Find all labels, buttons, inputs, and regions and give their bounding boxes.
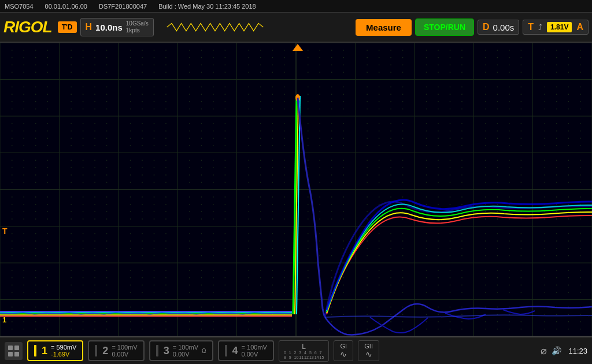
logic-grid: 0 1 2 3 4 5 6 7 8 9 10 11 12 13 14 15 (284, 351, 324, 359)
ch4-info: = 100mV 0.00V (242, 344, 267, 358)
ch3-info: = 100mV 0.00V (173, 344, 198, 358)
trigger-slope-icon: ⤴ (538, 23, 542, 32)
header-bar: RIGOL T'D H 10.0ns 10GSa/s 1kpts Measure… (0, 13, 592, 43)
ch3-bar-icon (156, 345, 158, 356)
top-status-bar: MSO7054 00.01.01.06.00 DS7F201800047 Bui… (0, 0, 592, 13)
stop-run-button[interactable]: STOP/RUN (415, 18, 474, 36)
ch4-bar-icon (225, 345, 227, 356)
trigger-section: T ⤴ 1.81V A (523, 20, 589, 35)
ch2-voltage-offset: 0.00V (112, 351, 137, 358)
timebase-section: H 10.0ns 10GSa/s 1kpts (80, 18, 154, 36)
ch4-number: 4 (232, 345, 238, 357)
ch3-ohm-icon: Ω (202, 348, 206, 354)
menu-dot-3 (8, 352, 13, 356)
gi-label: GI (340, 343, 347, 350)
measure-button[interactable]: Measure (356, 19, 412, 36)
menu-dot-4 (14, 352, 19, 356)
usb-icon: ⌀ (541, 344, 547, 357)
ch2-bar-icon (95, 345, 97, 356)
l-label: L (284, 343, 324, 351)
waveform-svg (0, 43, 592, 336)
delay-value: 0.00s (493, 23, 515, 32)
timebase-value: 10.0ns (95, 23, 123, 32)
trigger-indicator (157, 21, 352, 33)
svg-marker-10 (293, 44, 303, 51)
ch2-info: = 100mV 0.00V (112, 344, 137, 358)
speaker-icon: 🔊 (552, 346, 561, 355)
trigger-marker: T (2, 226, 8, 236)
a-label: A (576, 22, 583, 32)
ch2-number: 2 (102, 345, 108, 357)
time-display: 11:23 (568, 347, 587, 355)
rigol-logo: RIGOL (3, 18, 52, 36)
logic-block[interactable]: L 0 1 2 3 4 5 6 7 8 9 10 11 12 13 14 15 (279, 340, 329, 362)
ch3-block[interactable]: 3 = 100mV 0.00V Ω (149, 340, 213, 361)
ch1-block[interactable]: 1 = 590mV -1.69V (27, 340, 83, 361)
bottom-panel: 1 = 590mV -1.69V 2 = 100mV 0.00V 3 = 100… (0, 336, 592, 364)
ch1-voltage-offset: -1.69V (51, 351, 76, 358)
ch1-voltage-scale: = 590mV (51, 344, 76, 351)
serial-label: DS7F201800047 (99, 3, 147, 10)
model-label: MSO7054 (5, 3, 34, 10)
firmware-label: 00.01.01.06.00 (45, 3, 87, 10)
ch2-voltage-scale: = 100mV (112, 344, 137, 351)
trigger-voltage-badge: 1.81V (547, 22, 572, 32)
d-label: D (483, 22, 490, 32)
ch1-marker: 1 (2, 315, 6, 324)
system-status-area: ⌀ 🔊 11:23 (541, 344, 587, 357)
sample-rate: 10GSa/s 1kpts (126, 20, 149, 34)
menu-dot-1 (8, 346, 13, 350)
ch4-block[interactable]: 4 = 100mV 0.00V (218, 340, 274, 361)
build-label: Build : Wed May 30 11:23:45 2018 (158, 3, 256, 10)
ch3-voltage-scale: = 100mV (173, 344, 198, 351)
ch1-info: = 590mV -1.69V (51, 344, 76, 358)
ch4-voltage-offset: 0.00V (242, 351, 267, 358)
trigger-zigzag-icon (157, 21, 273, 33)
gi-wave-icon: ∿ (340, 350, 347, 359)
gii-block[interactable]: GII ∿ (358, 340, 379, 361)
gii-label: GII (364, 343, 373, 350)
svg-rect-0 (0, 43, 592, 336)
td-badge: T'D (58, 21, 77, 33)
ch2-block[interactable]: 2 = 100mV 0.00V (88, 340, 144, 361)
ch1-bar-icon (34, 345, 36, 356)
ch4-voltage-scale: = 100mV (242, 344, 267, 351)
delay-section: D 0.00s (478, 20, 519, 35)
menu-button[interactable] (5, 342, 23, 360)
gi-block[interactable]: GI ∿ (334, 340, 353, 361)
h-label: H (86, 22, 92, 32)
gii-wave-icon: ∿ (365, 350, 372, 359)
ch1-number: 1 (42, 345, 47, 357)
scope-display: T 1 (0, 43, 592, 336)
menu-dot-2 (14, 346, 19, 350)
t-label: T (528, 22, 534, 32)
ch3-voltage-offset: 0.00V (173, 351, 198, 358)
ch3-number: 3 (164, 345, 169, 357)
